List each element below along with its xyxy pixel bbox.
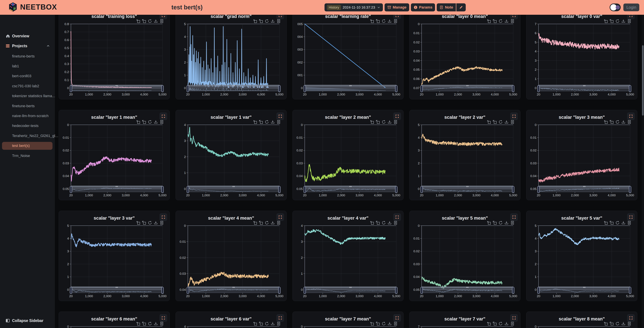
datazoom-handle[interactable] [538,85,540,92]
x-axis-tick-label: 2,000 [454,194,462,197]
datazoom-handle[interactable] [162,85,164,92]
y-axis-tick-label: 2 [535,68,536,71]
datazoom-handle[interactable] [629,186,631,193]
datazoom-handle[interactable] [187,186,189,193]
datazoom-handle[interactable] [70,287,72,294]
datazoom-handle[interactable] [629,85,631,92]
edit-note-button[interactable] [456,3,466,11]
datazoom-handle[interactable] [420,287,422,294]
theme-toggle[interactable] [610,3,621,11]
sidebar-item-projects[interactable]: Projects [0,42,54,50]
chart-plot[interactable]: 0050040030020010201,0002,0003,0004,0005,… [293,15,404,99]
datazoom-slider[interactable] [420,287,514,294]
project-label: finetune-berts [0,104,35,108]
datazoom-handle[interactable] [304,186,306,193]
sidebar-project-item[interactable]: Trm_Noise [0,151,54,161]
sidebar-project-item[interactable]: lab1 [0,61,54,71]
chart-plot[interactable]: 00.010.020.030.04201,0002,0003,0004,0005… [59,312,170,328]
note-button[interactable]: Note [437,3,456,11]
datazoom-handle[interactable] [187,85,189,92]
y-axis-tick-label: 0.04 [530,174,536,178]
datazoom-slider[interactable] [70,287,164,294]
sidebar-project-item[interactable]: finetune-berts [0,101,54,111]
datazoom-handle[interactable] [187,287,189,294]
datazoom-slider[interactable] [187,85,280,92]
datazoom-handle[interactable] [395,186,397,193]
datazoom-slider[interactable] [304,85,397,92]
datazoom-handle[interactable] [278,85,280,92]
datazoom-handle[interactable] [512,186,514,193]
datazoom-slider[interactable] [304,287,397,294]
datazoom-handle[interactable] [278,186,280,193]
chart-plot[interactable]: 76543210201,0002,0003,0004,0005,000 [410,312,520,328]
manage-button[interactable]: Manage [384,3,409,11]
chart-plot[interactable]: 00.010.020.030.040.05201,0002,0003,0004,… [410,211,520,301]
datazoom-handle[interactable] [304,85,306,92]
datazoom-slider[interactable] [70,186,164,193]
datazoom-handle[interactable] [420,186,422,193]
chart-plot[interactable]: 00.010.020.030.040.05201,0002,0003,0004,… [59,110,170,200]
sidebar-project-item[interactable]: finetune-berts [0,51,54,61]
datazoom-handle[interactable] [420,85,422,92]
chart-plot[interactable]: 00.010.020.030.040.05201,0002,0003,0004,… [526,312,638,328]
chart-plot[interactable]: 00.010.020.030.040.05201,0002,0003,0004,… [526,110,638,200]
sidebar-project-item[interactable]: naive-llm-from-scratch [0,111,54,121]
sidebar-project-item[interactable]: tokenizer statistics llama... [0,91,54,101]
history-dropdown[interactable]: History 2024-11-10 16:37:23 [324,3,383,11]
collapse-sidebar-button[interactable]: Collapse Sidebar [0,317,54,324]
chart-plot[interactable]: 43210201,0002,0003,0004,0005,000 [176,312,287,328]
sidebar-project-item[interactable]: hedecoder-tests [0,121,54,131]
sidebar-item-overview[interactable]: Overview [0,32,54,40]
datazoom-slider[interactable] [187,186,280,193]
chart-plot[interactable]: 00.010.020.030.040.050.060.07201,0002,00… [410,15,520,99]
datazoom-handle[interactable] [512,287,514,294]
datazoom-handle[interactable] [629,287,631,294]
sidebar-project-item[interactable]: Terahertz_No22_Gl261_gl... [0,131,54,141]
chart-plot[interactable]: 0.80.70.60.50.40.30.20.10201,0002,0003,0… [59,15,170,99]
page-title: test bert(s) [172,0,202,15]
datazoom-slider[interactable] [538,85,631,92]
datazoom-slider[interactable] [420,186,514,193]
chart-plot[interactable]: 00.010.020.030.04201,0002,0003,0004,0005… [293,312,404,328]
y-axis-tick-label: 0.05 [414,68,420,71]
sidebar-project-item[interactable]: csc791-030 lab2 [0,81,54,91]
x-axis-tick-label: 4,000 [608,93,616,96]
sidebar-project-item-selected[interactable]: test bert(s) [0,141,54,151]
datazoom-handle[interactable] [70,186,72,193]
chart-plot[interactable]: 543210201,0002,0003,0004,0005,000 [410,110,520,200]
datazoom-handle[interactable] [395,85,397,92]
params-button[interactable]: Params [411,3,435,11]
chart-plot[interactable]: 543210201,0002,0003,0004,0005,000 [59,211,170,301]
chart-plot[interactable]: 76543210201,0002,0003,0004,0005,000 [526,15,638,99]
login-button[interactable]: Login [623,3,639,11]
datazoom-slider[interactable] [538,186,631,193]
datazoom-handle[interactable] [70,85,72,92]
datazoom-slider[interactable] [70,85,164,92]
y-axis-tick-label: 5 [418,123,420,127]
chart-plot[interactable]: 543210201,0002,0003,0004,0005,000 [176,15,287,99]
datazoom-handle[interactable] [162,287,164,294]
chart-plot[interactable]: 543210201,0002,0003,0004,0005,000 [526,211,638,301]
datazoom-handle[interactable] [278,287,280,294]
page-scrollbar-thumb[interactable] [642,45,644,116]
y-axis-tick-label: 0.02 [414,40,420,44]
datazoom-handle[interactable] [162,186,164,193]
chevron-up-icon[interactable] [46,44,50,48]
datazoom-slider[interactable] [304,186,397,193]
y-axis-tick-label: 0 [184,224,186,228]
sidebar-project-item[interactable]: bert-conll03 [0,71,54,81]
y-axis-tick-label: 0 [184,86,186,90]
page-scrollbar[interactable] [642,15,644,328]
datazoom-slider[interactable] [538,287,631,294]
datazoom-handle[interactable] [512,85,514,92]
chart-plot[interactable]: 00.010.020.030.04201,0002,0003,0004,0005… [176,211,287,301]
chart-plot[interactable]: 43210201,0002,0003,0004,0005,000 [176,110,287,200]
datazoom-handle[interactable] [538,287,540,294]
datazoom-slider[interactable] [420,85,514,92]
datazoom-handle[interactable] [538,186,540,193]
chart-plot[interactable]: 43210201,0002,0003,0004,0005,000 [293,211,404,301]
datazoom-handle[interactable] [395,287,397,294]
chart-plot[interactable]: 00.010.020.030.040.05201,0002,0003,0004,… [293,110,404,200]
datazoom-slider[interactable] [187,287,280,294]
datazoom-handle[interactable] [304,287,306,294]
